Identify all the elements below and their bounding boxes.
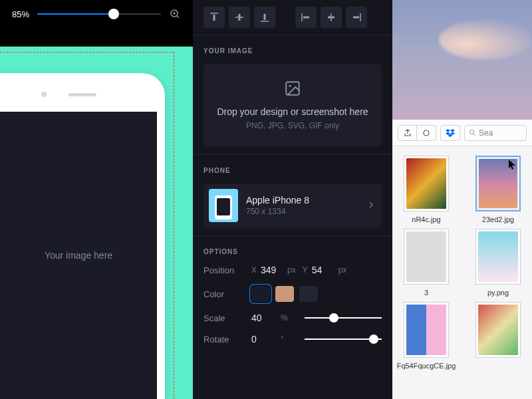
- canvas-area[interactable]: Your image here: [0, 47, 193, 399]
- label-color: Color: [203, 289, 245, 299]
- file-name: py.png: [467, 289, 529, 297]
- phone-dims: 750 x 1334: [246, 207, 360, 216]
- phone-screen[interactable]: Your image here: [0, 112, 157, 399]
- align-top-icon[interactable]: [203, 7, 225, 28]
- label-rotate: Rotate: [203, 334, 245, 344]
- section-your-image: YOUR IMAGE: [203, 47, 382, 55]
- svg-rect-9: [264, 14, 266, 20]
- finder-search[interactable]: Sea: [464, 125, 527, 141]
- phone-thumb: [209, 189, 238, 222]
- zoom-value: 85%: [12, 9, 29, 19]
- align-hcenter-icon[interactable]: [321, 7, 342, 28]
- drop-zone[interactable]: Drop your design or screenshot here PNG,…: [203, 64, 382, 146]
- rotate-value[interactable]: 0: [251, 334, 274, 344]
- file-item[interactable]: nR4c.jpg: [396, 156, 457, 223]
- scale-handle[interactable]: [329, 313, 338, 323]
- file-name: Fq54FqucgCE.jpg: [396, 362, 457, 370]
- label-scale: Scale: [203, 313, 245, 323]
- file-item[interactable]: [467, 302, 529, 370]
- zoom-slider[interactable]: [37, 13, 161, 15]
- file-name: 3: [396, 289, 457, 297]
- zoom-handle[interactable]: [108, 9, 119, 19]
- align-vcenter-icon[interactable]: [229, 7, 250, 28]
- zoom-in-icon[interactable]: [169, 8, 181, 20]
- file-item[interactable]: 3: [396, 229, 457, 297]
- phone-selector[interactable]: Apple iPhone 8 750 x 1334: [203, 184, 382, 227]
- file-item[interactable]: py.png: [467, 229, 529, 297]
- finder-toolbar: Sea: [392, 120, 532, 146]
- placeholder-text: Your image here: [45, 250, 112, 261]
- svg-rect-13: [328, 17, 334, 19]
- scale-slider[interactable]: [305, 317, 382, 319]
- label-position: Position: [203, 265, 245, 275]
- desktop-wallpaper: [392, 0, 532, 120]
- rotate-slider[interactable]: [305, 338, 382, 340]
- rotate-handle[interactable]: [369, 334, 378, 344]
- svg-point-19: [469, 130, 473, 134]
- svg-rect-7: [239, 14, 241, 21]
- finder-window[interactable]: Sea nR4c.jpg23ed2.jpg3py.pngFq54FqucgCE.…: [392, 0, 532, 399]
- align-bottom-icon[interactable]: [254, 7, 275, 28]
- color-swatch-2[interactable]: [275, 286, 294, 302]
- image-icon: [284, 80, 301, 97]
- svg-point-18: [424, 130, 429, 136]
- drop-sub: PNG, JPG, SVG, GIF only: [214, 121, 371, 130]
- align-right-icon[interactable]: [346, 7, 367, 28]
- chevron-right-icon: [368, 200, 374, 211]
- file-name: nR4c.jpg: [396, 215, 457, 223]
- svg-line-1: [177, 16, 179, 18]
- color-swatch-add[interactable]: [299, 286, 318, 302]
- scale-value[interactable]: 40: [251, 313, 274, 323]
- cursor-icon: [509, 160, 517, 172]
- align-left-icon[interactable]: [295, 7, 317, 28]
- phone-mockup[interactable]: Your image here: [0, 73, 165, 399]
- svg-rect-11: [303, 17, 309, 19]
- position-x-input[interactable]: X 349 px: [251, 265, 296, 275]
- phone-name: Apple iPhone 8: [246, 195, 360, 205]
- tags-icon[interactable]: [417, 126, 436, 140]
- position-y-input[interactable]: Y 54 px: [303, 265, 347, 275]
- section-phone: PHONE: [203, 167, 382, 174]
- svg-line-20: [473, 134, 475, 136]
- search-icon: [469, 129, 476, 136]
- file-name: 23ed2.jpg: [467, 215, 529, 223]
- drop-text: Drop your design or screenshot here: [214, 106, 371, 117]
- svg-point-17: [289, 85, 291, 87]
- file-item[interactable]: 23ed2.jpg: [467, 156, 529, 223]
- svg-rect-15: [353, 17, 359, 19]
- section-options: OPTIONS: [203, 248, 382, 255]
- color-swatch-1[interactable]: [251, 286, 270, 302]
- file-item[interactable]: Fq54FqucgCE.jpg: [396, 302, 457, 370]
- dropbox-icon[interactable]: [441, 126, 460, 140]
- share-icon[interactable]: [398, 126, 417, 140]
- svg-rect-5: [213, 15, 215, 21]
